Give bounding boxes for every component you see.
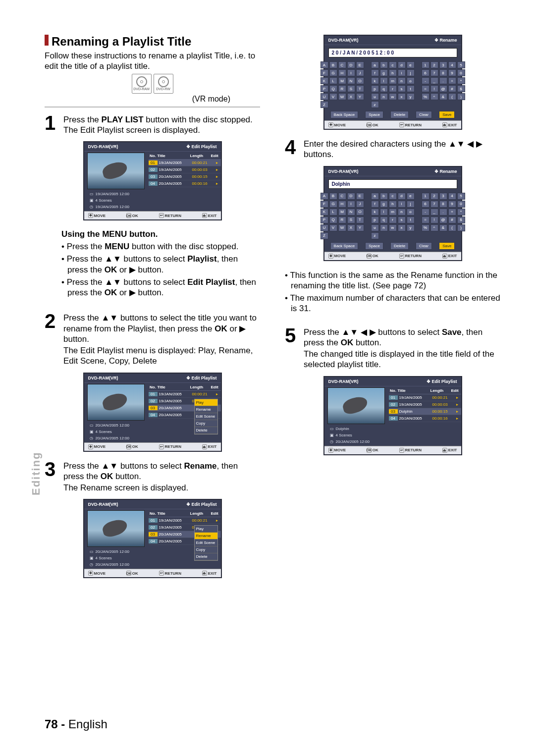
ok-icon: OK xyxy=(126,213,131,218)
exit-icon: ⏏ xyxy=(202,213,207,218)
step-2-text: Press the ▲▼ buttons to select the title… xyxy=(63,313,260,367)
section-side-tab: Editing xyxy=(30,451,43,495)
step4-notes: This function is the same as the Rename … xyxy=(285,270,500,314)
vr-mode-label: (VR mode) xyxy=(45,95,230,104)
step-3-text: Press the ▲▼ buttons to select Rename, t… xyxy=(63,461,260,494)
screen-rename-dolphin: DVD-RAM(VR)❖ Rename Dolphin ABCDEFGHIJKL… xyxy=(323,166,462,261)
disc-rw-icon: DVD-RW xyxy=(154,74,173,94)
page-heading: Renaming a Playlist Title xyxy=(52,35,191,49)
backspace-button: Back Space xyxy=(330,111,359,118)
section-rule xyxy=(45,107,260,108)
thumbnail-image xyxy=(87,510,145,547)
thumbnail-image xyxy=(87,384,145,421)
step-4-number: 4 xyxy=(285,139,299,161)
disc-ram-icon: DVD-RAM xyxy=(132,74,152,94)
menu-subheading: Using the MENU button. xyxy=(61,229,260,239)
heading-accent-bar xyxy=(45,35,49,46)
move-icon: ✥ xyxy=(88,213,93,218)
step-5-text: Press the ▲▼ ◀ ▶ buttons to select Save,… xyxy=(304,327,500,371)
thumbnail-image xyxy=(87,153,145,189)
step-4-text: Enter the desired characters using the ▲… xyxy=(304,139,500,161)
thumbnail-image xyxy=(327,387,385,424)
rename-text-field: Dolphin xyxy=(328,179,457,189)
save-button: Save xyxy=(439,111,455,118)
menu-bullets: Press the MENU button with the disc stop… xyxy=(61,241,260,298)
step-5-number: 5 xyxy=(285,327,299,371)
step-1-text: Press the PLAY LIST button with the disc… xyxy=(63,114,260,137)
screen-rename-blank: DVD-RAM(VR)❖ Rename 2 0 / J A N / 2 0 0 … xyxy=(323,35,462,130)
step-1-number: 1 xyxy=(45,114,58,137)
space-button: Space xyxy=(365,111,383,118)
screen-edit-playlist-1: DVD-RAM(VR)❖ Edit Playlist ▭19/JAN/2005 … xyxy=(83,141,222,220)
screen-edit-playlist-3: DVD-RAM(VR)❖ Edit Playlist ▭20/JAN/2005 … xyxy=(83,499,222,578)
screen-edit-playlist-2: DVD-RAM(VR)❖ Edit Playlist ▭20/JAN/2005 … xyxy=(83,373,222,452)
intro-text: Follow these instructions to rename a pl… xyxy=(45,51,260,72)
step-2-number: 2 xyxy=(45,313,58,367)
delete-button: Delete xyxy=(390,111,409,118)
disc-icon-row: DVD-RAM DVD-RW xyxy=(45,74,260,94)
screen-edit-playlist-5: DVD-RAM(VR)❖ Edit Playlist ▭Dolphin ▣4 S… xyxy=(323,376,462,455)
step-3-number: 3 xyxy=(45,461,58,494)
rename-text-field: 2 0 / J A N / 2 0 0 5 1 2 : 0 0 xyxy=(328,48,457,57)
context-popup: PlayRenameEdit SceneCopyDelete xyxy=(194,525,218,561)
clear-button: Clear xyxy=(416,111,432,118)
context-popup: PlayRenameEdit SceneCopyDelete xyxy=(194,399,218,434)
page-footer: 78 - English xyxy=(45,717,107,731)
return-icon: ↩ xyxy=(159,213,164,218)
